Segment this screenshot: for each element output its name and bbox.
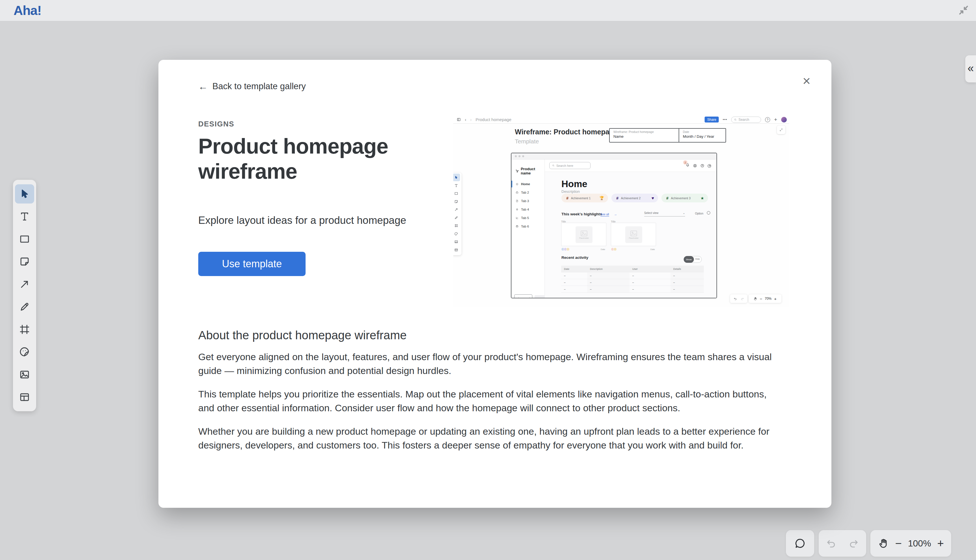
- preview-search-input: Search: [731, 117, 761, 123]
- pencil-icon: [454, 216, 458, 220]
- rectangle-icon: [454, 192, 458, 196]
- sticker-smiley-icon: [454, 232, 458, 236]
- cursor-icon: [454, 175, 458, 180]
- preview-browser-window: Product name Home Tab 2 Ta: [511, 153, 717, 298]
- shape-tool-button[interactable]: [15, 230, 34, 249]
- card-date-label: Date: [651, 248, 655, 251]
- arrow-icon: [18, 278, 31, 290]
- table-row: – – – –: [561, 279, 704, 286]
- about-paragraph: Whether you are building a new product h…: [198, 425, 785, 452]
- preview-topbar: ‹ › Product homepage Share ••• Search ? …: [453, 115, 789, 123]
- wireframe-nav-tab3: Tab 3: [511, 197, 544, 205]
- pen-tool-button[interactable]: [15, 297, 34, 317]
- activity-table: Date Description User Details – – – –: [561, 266, 704, 293]
- help-circle-icon: [700, 163, 705, 168]
- briefcase-icon: [516, 191, 519, 194]
- speech-bubble-icon: [794, 537, 806, 550]
- template-preview-image: ‹ › Product homepage Share ••• Search ? …: [453, 115, 789, 307]
- collapse-panel-button[interactable]: «: [965, 55, 976, 82]
- overflow-menu-icon: •••: [723, 118, 727, 122]
- file-icon: [516, 200, 519, 202]
- select-tool-button[interactable]: [15, 184, 34, 203]
- table-icon: [18, 391, 31, 403]
- arrow-tool-button[interactable]: [15, 275, 34, 294]
- add-icon: +: [774, 117, 777, 122]
- rectangle-icon: [18, 233, 31, 245]
- plant-logo-icon: [516, 169, 519, 173]
- nav-forward-icon: ›: [470, 117, 472, 122]
- image-tool-button[interactable]: [15, 365, 34, 384]
- zoom-out-button[interactable]: −: [895, 538, 902, 549]
- pan-hand-button[interactable]: [878, 538, 889, 549]
- meta-left-label: Wireframe: Product homepage: [613, 130, 679, 133]
- back-to-gallery-link[interactable]: ← Back to template gallery: [198, 81, 306, 92]
- search-icon: [734, 118, 737, 121]
- sticky-note-tool-button[interactable]: [15, 252, 34, 271]
- text-tool-button[interactable]: [15, 207, 34, 226]
- top-app-bar: Aha!: [0, 0, 976, 21]
- template-title: Product homepage wireframe: [198, 134, 452, 184]
- preview-breadcrumb: Product homepage: [475, 117, 511, 122]
- wireframe-nav-tab6: Tab 6: [511, 222, 544, 231]
- table-row: – – – –: [561, 272, 704, 279]
- template-detail-modal: ← Back to template gallery × DESIGNS Pro…: [158, 60, 831, 508]
- wireframe-nav-tab2: Tab 2: [511, 188, 544, 197]
- about-heading: About the product homepage wireframe: [198, 328, 407, 342]
- use-template-button[interactable]: Use template: [198, 252, 305, 276]
- sticky-note-icon: [18, 255, 31, 268]
- whiteboard-toolbar: [13, 180, 36, 411]
- preview-doc-title: Wireframe: Product homepage: [515, 128, 617, 136]
- undo-icon: [733, 297, 737, 301]
- card-avatars: [611, 248, 617, 251]
- preview-meta-box: Wireframe: Product homepage Name Date Mo…: [609, 128, 726, 143]
- about-paragraph: This template helps you prioritize the e…: [198, 387, 785, 415]
- collapse-window-icon[interactable]: [956, 2, 971, 18]
- app-screen: Aha! «: [0, 0, 976, 560]
- image-icon: [454, 240, 458, 244]
- cursor-icon: [18, 188, 31, 200]
- about-paragraph: Get everyone aligned on the layout, feat…: [198, 350, 785, 378]
- redo-button[interactable]: [848, 537, 860, 549]
- zoom-in-button[interactable]: +: [937, 538, 944, 549]
- text-icon: [18, 210, 31, 223]
- heart-icon: ♥: [652, 196, 654, 200]
- sticker-tool-button[interactable]: [15, 342, 34, 362]
- search-icon: [552, 164, 555, 167]
- template-subtitle: Explore layout ideas for a product homep…: [198, 215, 406, 227]
- double-chevron-left-icon: «: [968, 62, 974, 75]
- avatar: [781, 117, 787, 122]
- sticker-smiley-icon: [18, 346, 31, 358]
- wireframe-page-subtitle: Description: [561, 189, 580, 193]
- wireframe-signout-button: Sign out: [514, 294, 532, 298]
- see-all-arrow-icon: →: [614, 213, 617, 216]
- zoom-level: 100%: [908, 538, 931, 549]
- frame-tool-button[interactable]: [15, 320, 34, 339]
- preview-doc-subtitle: Template: [515, 138, 539, 145]
- table-row: – – – –: [561, 286, 704, 293]
- wireframe-sidebar: Product name Home Tab 2 Ta: [511, 160, 545, 298]
- wireframe-page-title: Home: [561, 179, 587, 189]
- preview-share-button: Share: [705, 117, 719, 122]
- highlight-card: Placeholder: [561, 223, 606, 246]
- nav-back-icon: ‹: [465, 117, 466, 122]
- close-icon: ×: [802, 73, 811, 88]
- pencil-icon: [18, 301, 31, 313]
- help-icon: ?: [765, 117, 770, 122]
- home-icon: [516, 183, 519, 185]
- meta-right-value: Month / Day / Year: [683, 134, 714, 138]
- back-arrow-icon: ←: [198, 82, 208, 91]
- comment-button[interactable]: [786, 530, 814, 557]
- option-radio: [707, 211, 710, 215]
- preview-zoom-controls: − 70% +: [749, 294, 781, 303]
- about-copy: Get everyone aligned on the layout, feat…: [198, 350, 785, 462]
- table-icon: [454, 248, 458, 252]
- undo-button[interactable]: [825, 537, 837, 549]
- table-tool-button[interactable]: [15, 388, 34, 407]
- sidebar-toggle-icon: [457, 117, 461, 122]
- template-category-label: DESIGNS: [198, 120, 234, 128]
- close-modal-button[interactable]: ×: [798, 72, 815, 89]
- star-icon: [516, 208, 519, 211]
- card-avatars: [561, 248, 570, 251]
- highlight-card: Placeholder: [611, 223, 656, 246]
- wireframe-search-input: Search here: [549, 162, 591, 169]
